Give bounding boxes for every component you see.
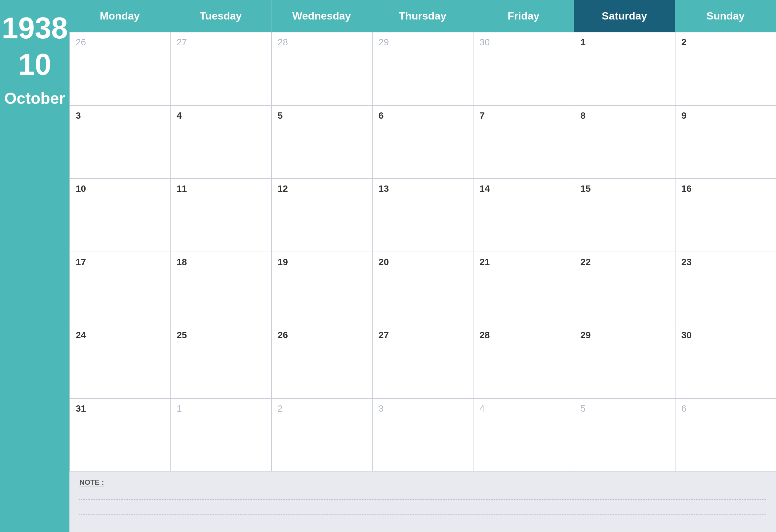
day-number: 23 — [682, 257, 770, 268]
calendar-cell[interactable]: 26 — [69, 32, 170, 106]
calendar-cell[interactable]: 13 — [372, 179, 473, 252]
calendar-cell[interactable]: 19 — [271, 252, 372, 325]
calendar-cell[interactable]: 28 — [271, 32, 372, 106]
calendar-cell[interactable]: 11 — [170, 179, 271, 252]
calendar-cell[interactable]: 27 — [372, 325, 473, 398]
sidebar: 1938 10 October — [0, 0, 69, 532]
note-line-3 — [79, 507, 766, 507]
calendar-cell[interactable]: 3 — [372, 398, 473, 472]
calendar-cell[interactable]: 26 — [271, 325, 372, 398]
day-number: 21 — [479, 257, 568, 268]
day-number: 6 — [379, 111, 467, 121]
header-cell-thursday: Thursday — [372, 0, 473, 32]
calendar-cell[interactable]: 30 — [473, 32, 574, 106]
calendar-cell[interactable]: 12 — [271, 179, 372, 252]
sidebar-month-num: 10 — [18, 50, 51, 79]
calendar-cell[interactable]: 9 — [675, 106, 776, 179]
sidebar-year: 1938 — [2, 13, 68, 43]
day-number: 27 — [177, 37, 265, 48]
day-number: 6 — [682, 403, 770, 414]
calendar-grid: 2627282930123456789101112131415161718192… — [69, 32, 776, 472]
day-number: 7 — [479, 111, 568, 121]
day-number: 5 — [278, 111, 366, 121]
day-number: 29 — [580, 330, 668, 341]
day-number: 28 — [479, 330, 568, 341]
calendar-cell[interactable]: 4 — [170, 106, 271, 179]
calendar-cell[interactable]: 27 — [170, 32, 271, 106]
day-number: 5 — [580, 403, 668, 414]
calendar-cell[interactable]: 18 — [170, 252, 271, 325]
calendar-cell[interactable]: 2 — [675, 32, 776, 106]
day-number: 26 — [278, 330, 366, 341]
calendar-header: MondayTuesdayWednesdayThursdayFridaySatu… — [69, 0, 776, 32]
day-number: 3 — [76, 111, 164, 121]
header-cell-friday: Friday — [473, 0, 574, 32]
calendar-cell[interactable]: 1 — [574, 32, 675, 106]
day-number: 25 — [177, 330, 265, 341]
day-number: 31 — [76, 403, 164, 414]
header-cell-sunday: Sunday — [675, 0, 776, 32]
note-line-1 — [79, 492, 766, 492]
day-number: 30 — [682, 330, 770, 341]
calendar-cell[interactable]: 29 — [372, 32, 473, 106]
day-number: 27 — [379, 330, 467, 341]
calendar-cell[interactable]: 6 — [675, 398, 776, 472]
calendar-cell[interactable]: 1 — [170, 398, 271, 472]
calendar-cell[interactable]: 25 — [170, 325, 271, 398]
day-number: 19 — [278, 257, 366, 268]
day-number: 28 — [278, 37, 366, 48]
header-cell-saturday: Saturday — [574, 0, 675, 32]
day-number: 4 — [177, 111, 265, 121]
calendar-cell[interactable]: 6 — [372, 106, 473, 179]
day-number: 15 — [580, 183, 668, 194]
day-number: 17 — [76, 257, 164, 268]
calendar-cell[interactable]: 28 — [473, 325, 574, 398]
calendar-cell[interactable]: 31 — [69, 398, 170, 472]
calendar-cell[interactable]: 20 — [372, 252, 473, 325]
day-number: 1 — [580, 37, 668, 48]
calendar-cell[interactable]: 22 — [574, 252, 675, 325]
calendar-cell[interactable]: 3 — [69, 106, 170, 179]
header-cell-monday: Monday — [69, 0, 170, 32]
day-number: 1 — [177, 403, 265, 414]
day-number: 16 — [682, 183, 770, 194]
day-number: 11 — [177, 183, 265, 194]
calendar-cell[interactable]: 8 — [574, 106, 675, 179]
calendar-cell[interactable]: 10 — [69, 179, 170, 252]
calendar-container: 1938 10 October MondayTuesdayWednesdayTh… — [0, 0, 776, 532]
header-cell-wednesday: Wednesday — [271, 0, 372, 32]
day-number: 10 — [76, 183, 164, 194]
calendar-cell[interactable]: 15 — [574, 179, 675, 252]
calendar-cell[interactable]: 2 — [271, 398, 372, 472]
calendar-cell[interactable]: 4 — [473, 398, 574, 472]
day-number: 12 — [278, 183, 366, 194]
header-cell-tuesday: Tuesday — [170, 0, 271, 32]
day-number: 2 — [682, 37, 770, 48]
calendar-cell[interactable]: 17 — [69, 252, 170, 325]
day-number: 2 — [278, 403, 366, 414]
calendar-cell[interactable]: 21 — [473, 252, 574, 325]
day-number: 4 — [479, 403, 568, 414]
calendar-main: MondayTuesdayWednesdayThursdayFridaySatu… — [69, 0, 776, 532]
calendar-cell[interactable]: 5 — [574, 398, 675, 472]
calendar-cell[interactable]: 30 — [675, 325, 776, 398]
day-number: 22 — [580, 257, 668, 268]
note-line-2 — [79, 499, 766, 500]
day-number: 14 — [479, 183, 568, 194]
day-number: 20 — [379, 257, 467, 268]
calendar-cell[interactable]: 5 — [271, 106, 372, 179]
calendar-cell[interactable]: 29 — [574, 325, 675, 398]
day-number: 13 — [379, 183, 467, 194]
calendar-cell[interactable]: 7 — [473, 106, 574, 179]
day-number: 24 — [76, 330, 164, 341]
day-number: 9 — [682, 111, 770, 121]
day-number: 30 — [479, 37, 568, 48]
day-number: 18 — [177, 257, 265, 268]
calendar-cell[interactable]: 14 — [473, 179, 574, 252]
calendar-cell[interactable]: 24 — [69, 325, 170, 398]
calendar-cell[interactable]: 23 — [675, 252, 776, 325]
calendar-cell[interactable]: 16 — [675, 179, 776, 252]
day-number: 3 — [379, 403, 467, 414]
note-line-4 — [79, 515, 766, 515]
day-number: 26 — [76, 37, 164, 48]
